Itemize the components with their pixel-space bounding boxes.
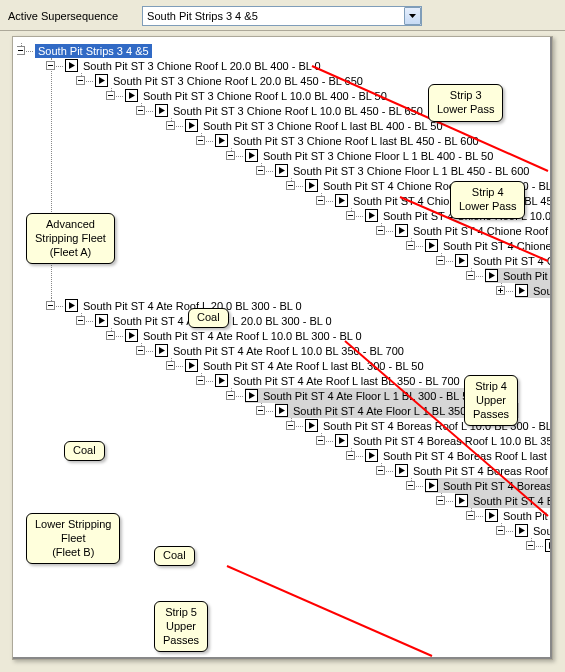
supersequence-dropdown[interactable]: South Pit Strips 3 4 &5 (142, 6, 422, 26)
expander-icon[interactable] (316, 196, 325, 205)
play-icon (185, 359, 198, 372)
tree-node[interactable]: South Pit ST 4 Ate Roof L 20.0 BL 300 - … (95, 313, 334, 328)
expander-icon[interactable] (136, 106, 145, 115)
expander-icon[interactable] (256, 166, 265, 175)
expander-icon[interactable] (17, 46, 25, 55)
active-supersequence-label: Active Supersequence (8, 10, 118, 22)
tree-node[interactable]: South Pit ST 3 Chione Roof L last BL 450… (215, 133, 481, 148)
tree-node[interactable]: South Pit ST 4 Chione Roof L last BL 450… (455, 253, 552, 268)
play-icon (155, 344, 168, 357)
tree-node[interactable]: South Pit ST 4 Chione Floor L 1 BL 400 -… (485, 268, 552, 283)
play-icon (515, 284, 528, 297)
tree-node[interactable]: South Pit ST 4 Ate Roof L last BL 350 - … (215, 373, 462, 388)
sequence-tree[interactable]: South Pit Strips 3 4 &5 South Pit ST 3 C… (17, 43, 552, 659)
tree-node[interactable]: South Pit ST 4 Boreas Roof L 10.0 BL 350… (335, 433, 552, 448)
play-icon (395, 224, 408, 237)
expander-icon[interactable] (286, 181, 295, 190)
play-icon (65, 299, 78, 312)
play-icon (545, 539, 552, 552)
expander-icon[interactable] (376, 466, 385, 475)
expander-icon[interactable] (496, 526, 505, 535)
expander-icon[interactable] (466, 271, 475, 280)
expander-icon[interactable] (226, 151, 235, 160)
expander-icon[interactable] (196, 136, 205, 145)
tree-node[interactable]: South Pit ST 4 Boreas Roof L last BL 350… (395, 463, 552, 478)
expander-icon[interactable] (316, 436, 325, 445)
expander-icon[interactable] (226, 391, 235, 400)
expander-icon[interactable] (466, 511, 475, 520)
header-bar: Active Supersequence South Pit Strips 3 … (0, 0, 565, 31)
play-icon (485, 509, 498, 522)
tree-node[interactable]: South Pit ST 3 Chione Roof L 10.0 BL 450… (155, 103, 425, 118)
expander-icon[interactable] (346, 211, 355, 220)
play-icon (95, 314, 108, 327)
expander-icon[interactable] (406, 481, 415, 490)
play-icon (515, 524, 528, 537)
tree-node[interactable]: South Pit ST 4 Ate Roof L 10.0 BL 350 - … (155, 343, 406, 358)
tree-node[interactable]: South Pit ST 3 Chione Roof L 10.0 BL 400… (125, 88, 389, 103)
expander-icon[interactable] (196, 376, 205, 385)
tree-node[interactable]: South Pit ST 4 Chione Roof L 20.0 BL 400… (305, 178, 552, 193)
play-icon (455, 494, 468, 507)
tree-node[interactable]: South Pit ST 4 Boreas Roof L last BL 300… (365, 448, 552, 463)
tree-root[interactable]: South Pit Strips 3 4 &5 (35, 43, 152, 58)
expander-icon[interactable] (106, 91, 115, 100)
expander-icon[interactable] (46, 301, 55, 310)
tree-node[interactable]: South Pit ST 4 Ate Roof L 10.0 BL 300 - … (125, 328, 364, 343)
expander-icon[interactable] (436, 256, 445, 265)
expander-icon[interactable] (166, 361, 175, 370)
tree-panel: South Pit Strips 3 4 &5 South Pit ST 3 C… (12, 36, 553, 660)
tree-node[interactable]: South Pit ST 4 Ate Roof L 20.0 BL 300 - … (65, 298, 304, 313)
tree-node[interactable]: South Pit ST 4 Chione Roof L 10.0 BL 400… (365, 208, 552, 223)
chevron-down-icon[interactable] (404, 7, 421, 25)
tree-node[interactable]: South Pit ST 3 Chione Roof L 20.0 BL 450… (95, 73, 365, 88)
tree-node[interactable]: South Pit ST 4 Ate Floor L 1 BL 350 - BL… (275, 403, 519, 418)
tree-node[interactable]: South Pit ST 5 Ate Roof L 20.0 BL 300 - … (515, 523, 552, 538)
play-icon (245, 149, 258, 162)
tree-node[interactable]: South Pit ST 3 Chione Roof L 20.0 BL 400… (65, 58, 323, 73)
expander-icon[interactable] (526, 541, 535, 550)
play-icon (275, 404, 288, 417)
play-icon (335, 194, 348, 207)
tree-node[interactable]: South Pit ST 4 Boreas Floor L 1 BL 350 -… (455, 493, 552, 508)
tree-node[interactable]: South Pit ST 4 Boreas Roof L 10.0 BL 300… (305, 418, 552, 433)
play-icon (335, 434, 348, 447)
play-icon (425, 239, 438, 252)
tree-node[interactable]: South Pit ST 5 Ate Roof L 30.0 BL 300 - … (485, 508, 552, 523)
expander-icon[interactable] (436, 496, 445, 505)
expander-icon[interactable] (46, 61, 55, 70)
play-icon (365, 449, 378, 462)
play-icon (425, 479, 438, 492)
expander-icon[interactable] (76, 316, 85, 325)
expander-icon[interactable] (136, 346, 145, 355)
tree-node[interactable]: South Pit ST 4 Ate Roof L last BL 300 - … (185, 358, 426, 373)
tree-node[interactable]: South Pit ST 4 Boreas Floor L 1 BL 300 -… (425, 478, 552, 493)
play-icon (65, 59, 78, 72)
root-label: South Pit Strips 3 4 &5 (35, 44, 152, 58)
play-icon (455, 254, 468, 267)
tree-node[interactable]: South Pit ST 5 Ate Roof L 20.0 BL 350 - … (545, 538, 552, 553)
play-icon (245, 389, 258, 402)
tree-node[interactable]: South Pit ST 4 Chione Roof L 10.0 BL 450… (395, 223, 552, 238)
dropdown-value: South Pit Strips 3 4 &5 (147, 10, 404, 22)
tree-node[interactable]: South Pit ST 4 Chione Roof L 20.0 BL 450… (335, 193, 552, 208)
expander-icon[interactable] (76, 76, 85, 85)
expander-icon[interactable] (376, 226, 385, 235)
tree-node[interactable]: South Pit ST 4 Chione Floor L 1 BL 450 -… (515, 283, 552, 298)
play-icon (125, 329, 138, 342)
expander-icon[interactable] (166, 121, 175, 130)
tree-node[interactable]: South Pit ST 3 Chione Roof L last BL 400… (185, 118, 445, 133)
tree-node[interactable]: South Pit ST 4 Chione Roof L last BL 400… (425, 238, 552, 253)
expander-icon[interactable] (286, 421, 295, 430)
expander-icon[interactable] (346, 451, 355, 460)
expander-icon[interactable] (256, 406, 265, 415)
expander-icon[interactable] (106, 331, 115, 340)
play-icon (215, 134, 228, 147)
expander-icon[interactable] (406, 241, 415, 250)
tree-node[interactable]: South Pit ST 4 Ate Floor L 1 BL 300 - BL… (245, 388, 482, 403)
tree-node[interactable]: South Pit ST 3 Chione Floor L 1 BL 400 -… (245, 148, 495, 163)
expander-icon[interactable] (496, 286, 505, 295)
tree-node[interactable]: South Pit ST 3 Chione Floor L 1 BL 450 -… (275, 163, 531, 178)
play-icon (125, 89, 138, 102)
play-icon (395, 464, 408, 477)
